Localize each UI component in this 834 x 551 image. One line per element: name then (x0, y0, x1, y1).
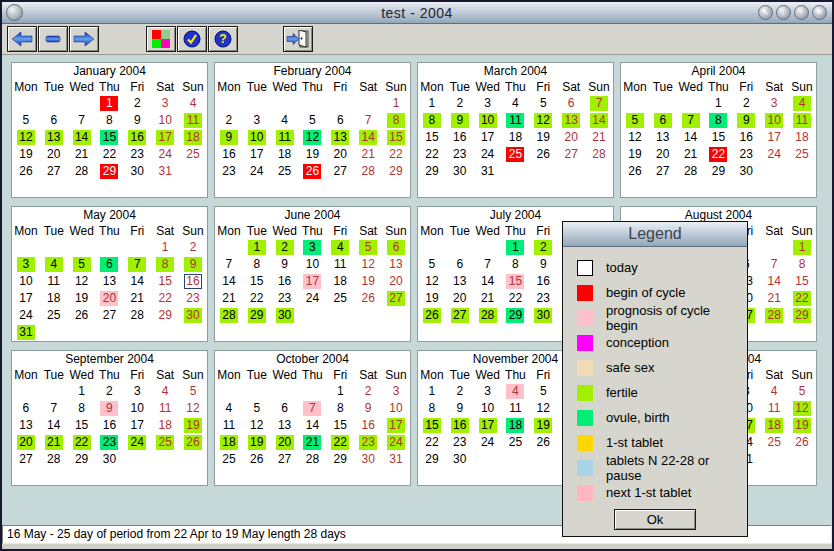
day-cell[interactable]: 8 (423, 113, 441, 128)
day-cell[interactable]: 27 (387, 291, 405, 306)
day-cell[interactable]: 25 (765, 435, 783, 450)
day-cell[interactable]: 24 (765, 147, 783, 162)
day-cell[interactable]: 8 (506, 257, 524, 272)
day-cell[interactable]: 22 (793, 291, 811, 306)
day-cell[interactable]: 16 (184, 274, 202, 289)
day-cell[interactable]: 2 (737, 96, 755, 111)
day-cell[interactable]: 26 (793, 435, 811, 450)
day-cell[interactable]: 19 (17, 147, 35, 162)
day-cell[interactable]: 8 (100, 113, 118, 128)
day-cell[interactable]: 16 (534, 274, 552, 289)
day-cell[interactable]: 29 (423, 164, 441, 179)
day-cell[interactable]: 11 (506, 401, 524, 416)
day-cell[interactable]: 8 (156, 257, 174, 272)
day-cell[interactable]: 29 (793, 308, 811, 323)
day-cell[interactable]: 13 (45, 130, 63, 145)
day-cell[interactable]: 1 (709, 96, 727, 111)
day-cell[interactable]: 20 (451, 291, 469, 306)
day-cell[interactable]: 11 (793, 113, 811, 128)
day-cell[interactable]: 14 (128, 274, 146, 289)
day-cell[interactable]: 28 (765, 308, 783, 323)
day-cell[interactable]: 23 (451, 147, 469, 162)
day-cell[interactable]: 30 (451, 164, 469, 179)
day-cell[interactable]: 8 (331, 401, 349, 416)
day-cell[interactable]: 18 (184, 130, 202, 145)
day-cell[interactable]: 1 (793, 240, 811, 255)
day-cell[interactable]: 12 (17, 130, 35, 145)
day-cell[interactable]: 22 (100, 147, 118, 162)
day-cell[interactable]: 12 (534, 113, 552, 128)
day-cell[interactable]: 22 (423, 147, 441, 162)
day-cell[interactable]: 5 (184, 384, 202, 399)
day-cell[interactable]: 4 (506, 384, 524, 399)
day-cell[interactable]: 2 (451, 96, 469, 111)
help-button[interactable]: ? (208, 26, 238, 52)
day-cell[interactable]: 6 (276, 401, 294, 416)
day-cell[interactable]: 26 (359, 291, 377, 306)
day-cell[interactable]: 15 (387, 130, 405, 145)
prev-year-button[interactable] (7, 26, 37, 52)
day-cell[interactable]: 23 (220, 164, 238, 179)
day-cell[interactable]: 20 (45, 147, 63, 162)
day-cell[interactable]: 9 (451, 401, 469, 416)
day-cell[interactable]: 15 (423, 130, 441, 145)
day-cell[interactable]: 13 (100, 274, 118, 289)
day-cell[interactable]: 24 (479, 147, 497, 162)
day-cell[interactable]: 6 (451, 257, 469, 272)
colors-button[interactable] (146, 26, 176, 52)
day-cell[interactable]: 7 (590, 96, 608, 111)
day-cell[interactable]: 3 (387, 384, 405, 399)
day-cell[interactable]: 20 (654, 147, 672, 162)
day-cell[interactable]: 20 (387, 274, 405, 289)
day-cell[interactable]: 10 (17, 274, 35, 289)
day-cell[interactable]: 8 (248, 257, 266, 272)
day-cell[interactable]: 8 (387, 113, 405, 128)
day-cell[interactable]: 13 (562, 113, 580, 128)
day-cell[interactable]: 20 (562, 130, 580, 145)
day-cell[interactable]: 5 (248, 401, 266, 416)
day-cell[interactable]: 16 (451, 418, 469, 433)
day-cell[interactable]: 22 (709, 147, 727, 162)
day-cell[interactable]: 19 (73, 291, 91, 306)
legend-ok-button[interactable]: Ok (614, 509, 696, 530)
day-cell[interactable]: 11 (276, 130, 294, 145)
day-cell[interactable]: 18 (765, 418, 783, 433)
day-cell[interactable]: 28 (303, 452, 321, 467)
day-cell[interactable]: 13 (276, 418, 294, 433)
day-cell[interactable]: 2 (220, 113, 238, 128)
day-cell[interactable]: 9 (359, 401, 377, 416)
day-cell[interactable]: 4 (220, 401, 238, 416)
day-cell[interactable]: 16 (451, 130, 469, 145)
day-cell[interactable]: 24 (17, 308, 35, 323)
day-cell[interactable]: 25 (45, 308, 63, 323)
day-cell[interactable]: 18 (220, 435, 238, 450)
day-cell[interactable]: 18 (506, 418, 524, 433)
day-cell[interactable]: 6 (17, 401, 35, 416)
day-cell[interactable]: 4 (45, 257, 63, 272)
day-cell[interactable]: 8 (423, 401, 441, 416)
day-cell[interactable]: 24 (303, 291, 321, 306)
day-cell[interactable]: 8 (793, 257, 811, 272)
day-cell[interactable]: 29 (709, 164, 727, 179)
day-cell[interactable]: 9 (534, 257, 552, 272)
day-cell[interactable]: 26 (534, 147, 552, 162)
day-cell[interactable]: 27 (45, 164, 63, 179)
day-cell[interactable]: 25 (506, 435, 524, 450)
day-cell[interactable]: 11 (765, 401, 783, 416)
day-cell[interactable]: 14 (590, 113, 608, 128)
day-cell[interactable]: 25 (506, 147, 524, 162)
day-cell[interactable]: 21 (73, 147, 91, 162)
day-cell[interactable]: 26 (423, 308, 441, 323)
day-cell[interactable]: 31 (17, 325, 35, 340)
legend-titlebar[interactable]: Legend (563, 222, 747, 247)
day-cell[interactable]: 28 (479, 308, 497, 323)
day-cell[interactable]: 7 (765, 257, 783, 272)
day-cell[interactable]: 28 (590, 147, 608, 162)
day-cell[interactable]: 21 (682, 147, 700, 162)
day-cell[interactable]: 20 (100, 291, 118, 306)
day-cell[interactable]: 23 (737, 147, 755, 162)
day-cell[interactable]: 11 (45, 274, 63, 289)
day-cell[interactable]: 30 (100, 452, 118, 467)
day-cell[interactable]: 1 (506, 240, 524, 255)
day-cell[interactable]: 2 (100, 384, 118, 399)
